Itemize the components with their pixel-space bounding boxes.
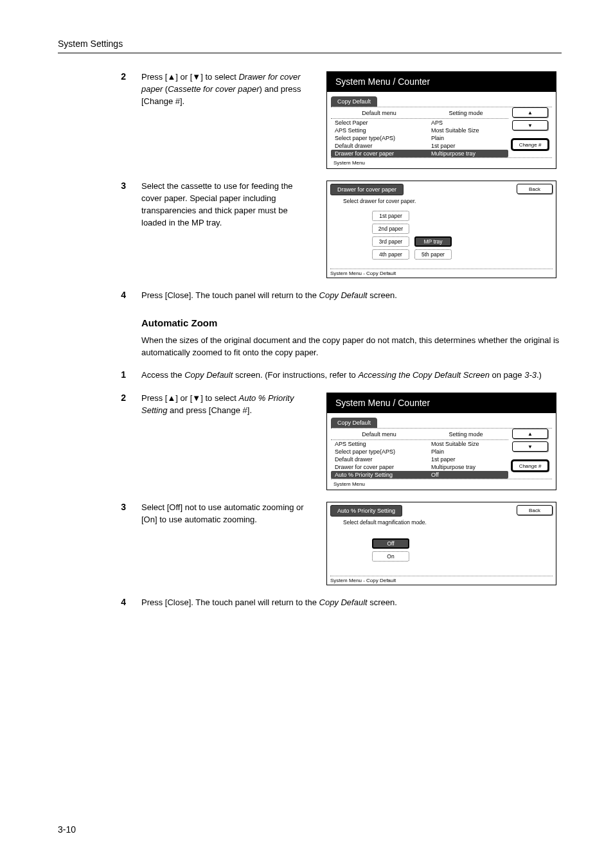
panel-title: System Menu / Counter bbox=[326, 393, 556, 413]
breadcrumb: System Menu bbox=[331, 158, 552, 167]
step-text: Press [▲] or [▼] to select Drawer for co… bbox=[141, 71, 315, 108]
header-rule bbox=[58, 53, 562, 53]
up-icon bbox=[528, 431, 533, 437]
col-header: Setting mode bbox=[427, 431, 504, 438]
col-header: Default menu bbox=[331, 110, 427, 116]
menu-item: Default drawer bbox=[335, 143, 431, 149]
option-5th-paper[interactable]: 5th paper bbox=[414, 249, 452, 260]
step-number: 4 bbox=[58, 597, 141, 607]
menu-item: Select paper type(APS) bbox=[335, 448, 431, 455]
step-text: Press [Close]. The touch panel will retu… bbox=[141, 290, 562, 302]
scroll-up-button[interactable] bbox=[512, 107, 548, 118]
change-button[interactable]: Change # bbox=[512, 139, 548, 150]
step-number: 1 bbox=[58, 369, 141, 380]
option-1st-paper[interactable]: 1st paper bbox=[372, 211, 409, 221]
touch-panel-screenshot: Drawer for cover paper Back Select drawe… bbox=[326, 181, 556, 278]
page-number: 3-10 bbox=[58, 824, 76, 835]
step-text: Select [Off] not to use automatic zoomin… bbox=[141, 502, 315, 526]
step-number: 3 bbox=[58, 181, 141, 191]
dialog-hint: Select default magnification mode. bbox=[330, 517, 553, 529]
option-4th-paper[interactable]: 4th paper bbox=[372, 249, 409, 260]
step-text: Press [▲] or [▼] to select Auto % Priori… bbox=[141, 393, 315, 417]
dialog-hint: Select drawer for cover paper. bbox=[330, 195, 553, 208]
change-button[interactable]: Change # bbox=[512, 461, 548, 471]
intro-paragraph: When the sizes of the original document … bbox=[141, 335, 562, 359]
menu-item: Default drawer bbox=[335, 456, 431, 463]
up-icon bbox=[528, 110, 533, 116]
option-on[interactable]: On bbox=[372, 551, 409, 562]
breadcrumb: System Menu - Copy Default bbox=[330, 576, 553, 583]
section-heading: Automatic Zoom bbox=[141, 317, 562, 328]
dialog-title: Auto % Priority Setting bbox=[330, 505, 402, 517]
scroll-up-button[interactable] bbox=[512, 429, 548, 439]
menu-item-selected: Drawer for cover paper bbox=[335, 150, 431, 157]
down-icon bbox=[528, 123, 533, 128]
option-2nd-paper[interactable]: 2nd paper bbox=[372, 224, 409, 234]
menu-item-selected: Auto % Priority Setting bbox=[335, 472, 431, 478]
down-icon bbox=[528, 444, 533, 450]
touch-panel-screenshot: System Menu / Counter Copy Default Defau… bbox=[326, 393, 556, 490]
col-header: Default menu bbox=[331, 431, 427, 438]
copy-default-tab[interactable]: Copy Default bbox=[331, 96, 377, 107]
step-text: Select the cassette to use for feeding t… bbox=[141, 181, 315, 229]
option-mp-tray[interactable]: MP tray bbox=[414, 236, 452, 247]
touch-panel-screenshot: Auto % Priority Setting Back Select defa… bbox=[326, 502, 556, 585]
back-button[interactable]: Back bbox=[517, 184, 553, 194]
copy-default-tab[interactable]: Copy Default bbox=[331, 418, 377, 428]
step-number: 3 bbox=[58, 502, 141, 512]
scroll-down-button[interactable] bbox=[512, 441, 548, 452]
menu-item: Select Paper bbox=[335, 120, 431, 126]
breadcrumb: System Menu bbox=[331, 479, 552, 488]
menu-item: APS Setting bbox=[335, 441, 431, 447]
scroll-down-button[interactable] bbox=[512, 120, 548, 130]
step-text: Access the Copy Default screen. (For ins… bbox=[141, 369, 562, 382]
back-button[interactable]: Back bbox=[517, 505, 553, 515]
menu-item: APS Setting bbox=[335, 127, 431, 134]
step-number: 2 bbox=[58, 393, 141, 403]
menu-item: Drawer for cover paper bbox=[335, 464, 431, 470]
touch-panel-screenshot: System Menu / Counter Copy Default Defau… bbox=[326, 71, 556, 169]
menu-item: Select paper type(APS) bbox=[335, 135, 431, 141]
col-header: Setting mode bbox=[427, 110, 504, 116]
step-number: 2 bbox=[58, 71, 141, 82]
option-3rd-paper[interactable]: 3rd paper bbox=[372, 236, 409, 247]
step-number: 4 bbox=[58, 290, 141, 300]
dialog-title: Drawer for cover paper bbox=[330, 184, 404, 195]
section-header: System Settings bbox=[58, 39, 562, 49]
breadcrumb: System Menu - Copy Default bbox=[330, 269, 553, 276]
option-off[interactable]: Off bbox=[372, 538, 409, 549]
panel-title: System Menu / Counter bbox=[326, 71, 556, 92]
step-text: Press [Close]. The touch panel will retu… bbox=[141, 597, 562, 609]
